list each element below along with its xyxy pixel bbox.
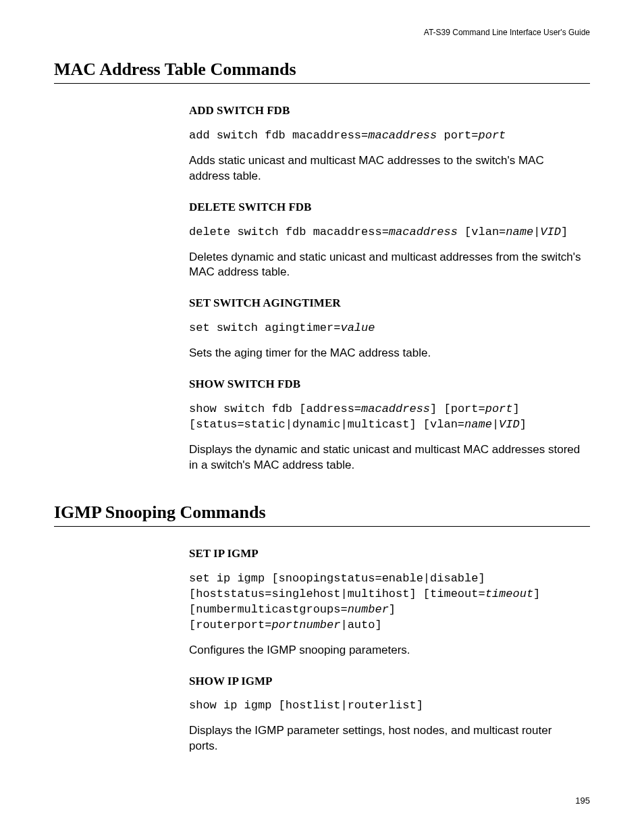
section-title-mac: MAC Address Table Commands (54, 57, 590, 84)
cmd-name: DELETE SWITCH FDB (189, 199, 583, 215)
cmd-desc: Displays the dynamic and static unicast … (189, 442, 583, 473)
cmd-syntax: show ip igmp [hostlist|routerlist] (189, 698, 583, 714)
section-content-mac: ADD SWITCH FDB add switch fdb macaddress… (189, 103, 583, 473)
cmd-desc: Sets the aging timer for the MAC address… (189, 346, 583, 361)
cmd-name: SET SWITCH AGINGTIMER (189, 295, 583, 311)
cmd-name: SHOW SWITCH FDB (189, 376, 583, 392)
cmd-desc: Adds static unicast and multicast MAC ad… (189, 153, 583, 184)
cmd-name: SHOW IP IGMP (189, 673, 583, 689)
cmd-desc: Displays the IGMP parameter settings, ho… (189, 723, 583, 754)
cmd-desc: Deletes dynamic and static unicast and m… (189, 250, 583, 281)
cmd-syntax: delete switch fdb macaddress=macaddress … (189, 225, 583, 240)
section-content-igmp: SET IP IGMP set ip igmp [snoopingstatus=… (189, 546, 583, 754)
cmd-syntax: show switch fdb [address=macaddress] [po… (189, 402, 583, 433)
page-number: 195 (54, 795, 590, 807)
cmd-desc: Configures the IGMP snooping parameters. (189, 643, 583, 658)
cmd-syntax: add switch fdb macaddress=macaddress por… (189, 128, 583, 144)
cmd-name: SET IP IGMP (189, 546, 583, 562)
cmd-syntax: set switch agingtimer=value (189, 321, 583, 336)
cmd-name: ADD SWITCH FDB (189, 103, 583, 119)
cmd-syntax: set ip igmp [snoopingstatus=enable|disab… (189, 571, 583, 633)
running-header: AT-S39 Command Line Interface User's Gui… (54, 27, 590, 38)
section-title-igmp: IGMP Snooping Commands (54, 500, 590, 527)
